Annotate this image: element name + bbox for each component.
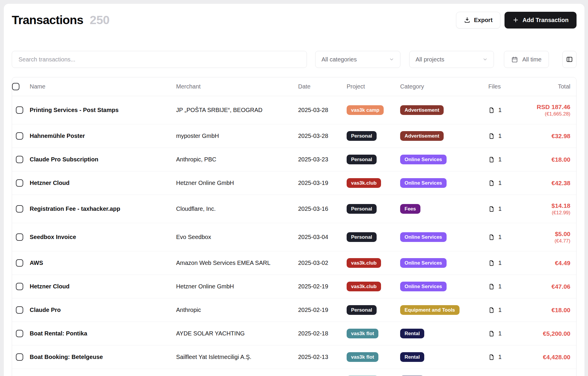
category-badge[interactable]: Fees xyxy=(400,204,420,214)
category-badge[interactable]: Advertisement xyxy=(400,131,444,141)
transaction-merchant: AYDE SOLAR YACHTING xyxy=(176,323,298,344)
row-checkbox[interactable] xyxy=(16,283,23,290)
transaction-count: 250 xyxy=(90,13,109,27)
files-cell[interactable]: 1 xyxy=(488,370,518,376)
table-row: Hahnemühle Poster myposter GmbH 2025-03-… xyxy=(12,124,576,148)
project-badge[interactable]: Personal xyxy=(347,204,377,214)
row-checkbox[interactable] xyxy=(16,156,23,163)
category-badge[interactable]: Advertisement xyxy=(400,105,444,115)
projects-select[interactable]: All projects xyxy=(409,51,494,68)
chevron-down-icon xyxy=(389,57,394,62)
file-icon xyxy=(488,107,495,113)
chevron-down-icon xyxy=(482,57,488,62)
total-cell: €18.00 xyxy=(518,149,576,170)
files-cell[interactable]: 1 xyxy=(488,99,518,121)
row-checkbox[interactable] xyxy=(16,205,23,213)
category-badge[interactable]: Online Services xyxy=(400,232,447,242)
transactions-table: Name Merchant Date Project Category File… xyxy=(12,77,577,376)
category-badge[interactable]: Rental xyxy=(400,352,424,362)
transaction-name[interactable]: Boat Booking: Sarisu xyxy=(30,370,176,376)
total-amount: €5,200.00 xyxy=(518,330,570,337)
category-badge[interactable]: Online Services xyxy=(400,282,447,291)
total-cell: €4,428.00 xyxy=(518,346,576,368)
files-cell[interactable]: 1 xyxy=(488,346,518,368)
files-cell[interactable]: 1 xyxy=(488,149,518,170)
category-badge[interactable]: Rental xyxy=(400,329,424,338)
file-count: 1 xyxy=(498,353,502,361)
transaction-name[interactable]: Hetzner Cloud xyxy=(30,172,176,194)
transaction-date: 2025-02-19 xyxy=(298,276,347,297)
search-input[interactable] xyxy=(12,51,307,68)
files-cell[interactable]: 1 xyxy=(488,323,518,344)
calendar-icon xyxy=(511,56,518,63)
project-badge[interactable]: vas3k flot xyxy=(347,329,378,338)
project-badge[interactable]: vas3k.club xyxy=(347,282,381,291)
category-cell: Rental xyxy=(400,369,488,376)
row-checkbox[interactable] xyxy=(16,132,23,140)
files-cell[interactable]: 1 xyxy=(488,226,518,248)
transaction-date: 2025-02-19 xyxy=(298,299,347,321)
transaction-date: 2025-03-28 xyxy=(298,99,347,121)
transaction-merchant: Anthropic xyxy=(176,299,298,321)
project-badge[interactable]: Personal xyxy=(347,155,377,164)
total-cell: RSD 187.46 (€1,665.28) xyxy=(518,96,576,124)
file-count: 1 xyxy=(498,132,502,140)
export-button[interactable]: Export xyxy=(456,12,500,29)
transaction-name[interactable]: Boat Rental: Pontika xyxy=(30,323,176,344)
transaction-merchant: SteamPro Adria xyxy=(176,370,298,376)
column-settings-button[interactable] xyxy=(562,51,577,68)
transaction-merchant: Amazon Web Services EMEA SARL xyxy=(176,252,298,274)
select-all-checkbox[interactable] xyxy=(12,83,19,90)
category-badge[interactable]: Online Services xyxy=(400,258,447,268)
transaction-merchant: Cloudflare, Inc. xyxy=(176,198,298,220)
project-cell: vas3k flot xyxy=(347,345,400,369)
transaction-name[interactable]: Claude Pro xyxy=(30,299,176,321)
transaction-name[interactable]: Boat Booking: Betelgeuse xyxy=(30,346,176,368)
category-badge[interactable]: Equipment and Tools xyxy=(400,305,460,315)
transaction-name[interactable]: Hetzner Cloud xyxy=(30,276,176,297)
add-transaction-button[interactable]: Add Transaction xyxy=(505,12,577,29)
category-cell: Online Services xyxy=(400,148,488,171)
transaction-name[interactable]: Hahnemühle Poster xyxy=(30,125,176,147)
row-checkbox[interactable] xyxy=(16,106,23,114)
files-cell[interactable]: 1 xyxy=(488,172,518,194)
row-checkbox-cell xyxy=(12,198,30,219)
transaction-merchant: myposter GmbH xyxy=(176,125,298,147)
project-badge[interactable]: vas3k.club xyxy=(347,178,381,188)
total-converted-amount: (€1,665.28) xyxy=(518,111,570,117)
total-cell: €5,200.00 xyxy=(518,323,576,344)
row-checkbox[interactable] xyxy=(16,306,23,314)
project-badge[interactable]: Personal xyxy=(347,131,377,141)
transaction-name[interactable]: AWS xyxy=(30,252,176,274)
row-checkbox[interactable] xyxy=(16,233,23,241)
category-cell: Online Services xyxy=(400,275,488,298)
file-count: 1 xyxy=(498,259,502,267)
transaction-name[interactable]: Printing Services - Post Stamps xyxy=(30,99,176,121)
category-badge[interactable]: Online Services xyxy=(400,178,447,188)
transaction-name[interactable]: Seedbox Invoice xyxy=(30,226,176,248)
files-cell[interactable]: 1 xyxy=(488,125,518,147)
row-checkbox[interactable] xyxy=(16,330,23,337)
project-badge[interactable]: vas3k flot xyxy=(347,352,378,362)
row-checkbox[interactable] xyxy=(16,353,23,361)
project-cell: vas3k flot xyxy=(347,369,400,376)
files-cell[interactable]: 1 xyxy=(488,252,518,274)
project-badge[interactable]: Personal xyxy=(347,232,377,242)
total-converted-amount: (€12.99) xyxy=(518,210,570,216)
transaction-name[interactable]: Registration Fee - taxhacker.app xyxy=(30,198,176,220)
total-amount: €42.38 xyxy=(518,179,570,187)
date-range-filter[interactable]: All time xyxy=(504,51,549,68)
transaction-name[interactable]: Claude Pro Subscription xyxy=(30,149,176,170)
table-row: Boat Booking: Sarisu SteamPro Adria 2025… xyxy=(12,369,576,376)
categories-select[interactable]: All categories xyxy=(315,51,400,68)
files-cell[interactable]: 1 xyxy=(488,198,518,220)
project-badge[interactable]: Personal xyxy=(347,305,377,315)
category-badge[interactable]: Online Services xyxy=(400,155,447,164)
total-amount: €47.06 xyxy=(518,283,570,290)
project-badge[interactable]: vas3k.club xyxy=(347,258,381,268)
project-badge[interactable]: vas3k camp xyxy=(347,105,384,115)
files-cell[interactable]: 1 xyxy=(488,299,518,321)
row-checkbox[interactable] xyxy=(16,179,23,187)
row-checkbox[interactable] xyxy=(16,259,23,267)
files-cell[interactable]: 1 xyxy=(488,276,518,297)
